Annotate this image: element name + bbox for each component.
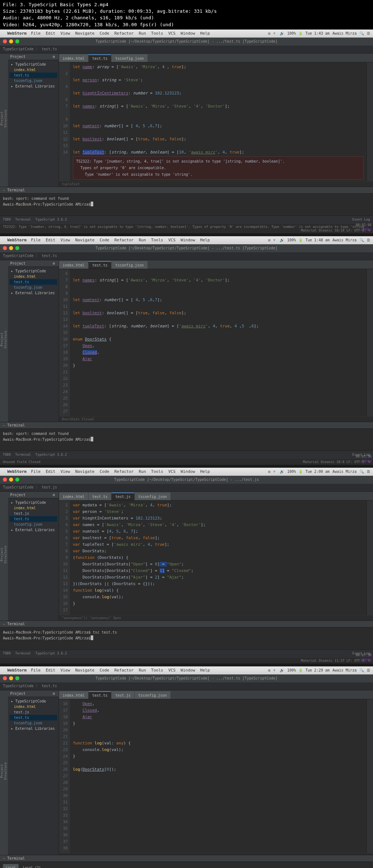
tree-item-index-html[interactable]: index.html [9, 704, 57, 709]
tree-item-external-libraries[interactable]: ▸ External Libraries [9, 83, 57, 89]
menu-edit[interactable]: Edit [46, 31, 55, 36]
menu-view[interactable]: View [60, 668, 70, 673]
terminal-panel[interactable]: LocalLocal (2)Awais-MacBook-Pro:TypeScri… [0, 862, 373, 868]
editor-tab-test-ts[interactable]: test.ts [89, 493, 111, 500]
tree-item-tsconfig-json[interactable]: tsconfig.json [9, 285, 57, 290]
breadcrumb[interactable]: TypeScriptCode 〉 test.js [3, 485, 57, 490]
menu-run[interactable]: Run [139, 469, 146, 474]
gear-icon[interactable]: ⚙ [53, 493, 55, 497]
terminal-header[interactable]: —Terminal [0, 422, 373, 429]
search-icon[interactable]: 🔍 [360, 31, 364, 35]
maximize-window-icon[interactable] [15, 39, 19, 43]
menu-file[interactable]: File [31, 469, 41, 474]
status-item[interactable]: TODO [3, 651, 11, 655]
wifi-icon[interactable]: ᯤ [273, 238, 277, 242]
tree-item-external-libraries[interactable]: ▸ External Libraries [9, 527, 57, 533]
terminal-tab[interactable]: Local (2) [20, 864, 44, 868]
battery-status[interactable]: 100% 🔋 [287, 470, 302, 474]
menu-code[interactable]: Code [99, 668, 109, 673]
notification-icon[interactable]: ☰ [367, 668, 370, 672]
gear-icon[interactable]: ⚙ [53, 55, 55, 59]
clock[interactable]: Tue 1:43 am [306, 31, 330, 35]
tree-item-index-html[interactable]: index.html [9, 505, 57, 511]
status-item[interactable]: TypeScript 3.6.2 [35, 651, 67, 655]
volume-icon[interactable]: 🔊 [280, 238, 284, 242]
volume-icon[interactable]: 🔊 [280, 470, 284, 474]
status-item[interactable]: Terminal [15, 651, 31, 655]
menu-vcs[interactable]: VCS [168, 31, 176, 36]
terminal-tab[interactable]: Local [3, 864, 19, 868]
terminal-header[interactable]: —Terminal [0, 855, 373, 862]
structure-tool-button[interactable]: Structure [4, 762, 7, 780]
menu-file[interactable]: File [31, 238, 41, 242]
menu-refactor[interactable]: Refactor [114, 668, 134, 673]
user-menu[interactable]: Awais Mirza [333, 31, 357, 35]
menu-view[interactable]: View [60, 469, 70, 474]
tree-item-index-html[interactable]: index.html [9, 67, 57, 73]
structure-tool-button[interactable]: Structure [4, 331, 7, 349]
project-panel-header[interactable]: Project ⚙ [8, 492, 59, 498]
project-panel-header[interactable]: Project ⚙ [8, 690, 59, 697]
menu-code[interactable]: Code [99, 31, 109, 36]
status-item[interactable]: TODO [3, 218, 11, 221]
menu-vcs[interactable]: VCS [168, 668, 176, 673]
menu-navigate[interactable]: Navigate [75, 668, 94, 673]
tree-item-index-html[interactable]: index.html [9, 274, 57, 279]
status-item[interactable]: Terminal [15, 218, 31, 221]
user-menu[interactable]: Awais Mirza [333, 668, 357, 672]
menu-run[interactable]: Run [139, 31, 146, 36]
code-editor[interactable]: var mydata = ['Awais', 'Mirza', 4, true]… [70, 501, 366, 615]
close-window-icon[interactable] [3, 246, 7, 250]
error-stripe[interactable] [366, 501, 373, 615]
search-icon[interactable]: 🔍 [360, 470, 364, 474]
editor-tab-tsconfig-json[interactable]: tsconfig.json [135, 691, 170, 699]
editor-tab-test-ts[interactable]: test.ts [89, 54, 111, 62]
tree-item-external-libraries[interactable]: ▸ External Libraries [9, 290, 57, 296]
clock[interactable]: Tue 2:00 am [306, 470, 330, 474]
code-editor[interactable]: let name: array = ['Awais', 'Mirza', 4 ,… [70, 62, 366, 181]
project-tool-button[interactable]: Project [0, 764, 4, 778]
editor-tab-tsconfig-json[interactable]: tsconfig.json [111, 54, 147, 62]
menu-window[interactable]: Window [181, 238, 195, 242]
wifi-icon[interactable]: ᯤ [273, 470, 277, 474]
minimize-window-icon[interactable] [9, 478, 13, 482]
wifi-icon[interactable]: ᯤ [273, 668, 277, 672]
menu-vcs[interactable]: VCS [168, 238, 176, 242]
menu-edit[interactable]: Edit [46, 668, 55, 673]
menu-navigate[interactable]: Navigate [75, 238, 94, 242]
terminal-panel[interactable]: Awais-MacBook-Pro:TypeScriptCode AMirza$… [0, 627, 373, 649]
tree-item-test-ts[interactable]: test.ts [9, 73, 57, 78]
tree-item-tsconfig-json[interactable]: tsconfig.json [9, 78, 57, 83]
tree-item-test-ts[interactable]: test.ts [9, 279, 57, 285]
editor-tab-index-html[interactable]: index.html [59, 691, 88, 699]
project-panel-header[interactable]: Project ⚙ [8, 54, 59, 60]
project-tool-button[interactable]: Project [0, 112, 4, 125]
menu-run[interactable]: Run [139, 238, 146, 242]
minimize-window-icon[interactable] [9, 676, 13, 680]
gear-icon[interactable]: ⚙ [53, 692, 55, 696]
editor-tab-tsconfig-json[interactable]: tsconfig.json [135, 493, 170, 500]
error-stripe[interactable] [366, 699, 373, 853]
terminal-panel[interactable]: bash: xport: command not foundAwais-MacB… [0, 194, 373, 215]
breadcrumb[interactable]: TypeScriptCode 〉 test.ts [3, 684, 57, 689]
menu-window[interactable]: Window [181, 469, 195, 474]
structure-tool-button[interactable]: Structure [4, 110, 7, 128]
user-menu[interactable]: Awais Mirza [333, 238, 357, 242]
menu-refactor[interactable]: Refactor [114, 31, 134, 36]
menu-help[interactable]: Help [200, 31, 210, 36]
menu-help[interactable]: Help [200, 469, 210, 474]
menu-run[interactable]: Run [139, 668, 146, 673]
maximize-window-icon[interactable] [15, 676, 19, 680]
menu-tools[interactable]: Tools [151, 469, 163, 474]
close-window-icon[interactable] [3, 478, 7, 482]
dropbox-icon[interactable]: ⧈ [268, 668, 270, 673]
tree-item-test-ts[interactable]: test.ts [9, 516, 57, 522]
minimize-window-icon[interactable] [9, 39, 13, 43]
app-name[interactable]: WebStorm [7, 31, 27, 36]
breadcrumb[interactable]: TypeScriptCode 〉 test.ts [3, 253, 57, 258]
volume-icon[interactable]: 🔊 [280, 668, 284, 672]
status-item[interactable]: Event Log [352, 218, 370, 221]
status-item[interactable]: TypeScript 3.6.2 [35, 218, 67, 221]
project-panel-header[interactable]: Project ⚙ [8, 260, 59, 267]
tree-item-typescriptcode[interactable]: ▸ TypeScriptCode [9, 698, 57, 704]
